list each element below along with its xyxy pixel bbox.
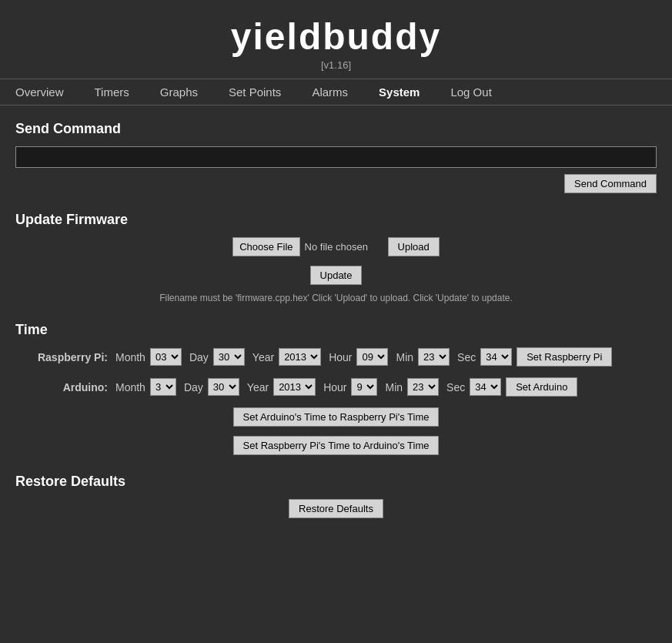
send-command-title: Send Command	[15, 121, 657, 137]
choose-file-button[interactable]: Choose File	[232, 237, 299, 256]
update-button[interactable]: Update	[310, 266, 363, 285]
raspberry-pi-label: Raspberry Pi:	[15, 351, 108, 363]
year-label-pi: Year	[252, 351, 274, 363]
update-firmware-section: Update Firmware Choose File No file chos…	[15, 212, 657, 303]
sec-label-pi: Sec	[457, 351, 476, 363]
update-firmware-title: Update Firmware	[15, 212, 657, 228]
month-label-arduino: Month	[115, 381, 145, 394]
set-raspberry-pi-button[interactable]: Set Raspberry Pi	[517, 347, 612, 367]
upload-button[interactable]: Upload	[388, 237, 440, 256]
app-version: [v1.16]	[0, 59, 672, 71]
nav-graphs[interactable]: Graphs	[160, 85, 198, 99]
arduino-row: Arduino: Month 3 Day 30 Year 2013 Hour 9…	[15, 377, 657, 397]
navigation: Overview Timers Graphs Set Points Alarms…	[0, 79, 672, 105]
raspberry-pi-row: Raspberry Pi: Month 03 Day 30 Year 2013 …	[15, 347, 657, 367]
year-label-arduino: Year	[247, 381, 269, 394]
restore-row: Restore Defaults	[15, 499, 657, 518]
raspberry-pi-month-select[interactable]: 03	[150, 348, 182, 366]
main-content: Send Command Send Command Update Firmwar…	[0, 105, 672, 552]
update-note: Filename must be 'firmware.cpp.hex' Clic…	[15, 293, 657, 303]
day-label-pi: Day	[189, 351, 209, 363]
raspberry-pi-day-select[interactable]: 30	[213, 348, 245, 366]
arduino-day-select[interactable]: 30	[208, 378, 239, 396]
hour-label-arduino: Hour	[323, 381, 346, 394]
restore-defaults-title: Restore Defaults	[15, 474, 657, 490]
send-command-section: Send Command Send Command	[15, 121, 657, 193]
send-command-button[interactable]: Send Command	[564, 174, 657, 193]
raspberry-pi-sec-select[interactable]: 34	[480, 348, 512, 366]
pi-to-arduino-button[interactable]: Set Raspberry Pi's Time to Arduino's Tim…	[233, 436, 440, 455]
arduino-hour-select[interactable]: 9	[351, 378, 377, 396]
time-section: Time Raspberry Pi: Month 03 Day 30 Year …	[15, 322, 657, 455]
arduino-year-select[interactable]: 2013	[273, 378, 316, 396]
nav-overview[interactable]: Overview	[15, 85, 64, 99]
sec-label-arduino: Sec	[446, 381, 465, 394]
raspberry-pi-hour-select[interactable]: 09	[356, 348, 388, 366]
raspberry-pi-min-select[interactable]: 23	[418, 348, 450, 366]
raspberry-pi-year-select[interactable]: 2013	[279, 348, 321, 366]
nav-setpoints[interactable]: Set Points	[229, 85, 281, 99]
arduino-month-select[interactable]: 3	[150, 378, 176, 396]
day-label-arduino: Day	[184, 381, 203, 394]
nav-system[interactable]: System	[379, 85, 420, 99]
header: yieldbuddy [v1.16]	[0, 0, 672, 79]
file-name-display: No file chosen	[305, 241, 382, 253]
app-title: yieldbuddy	[0, 15, 672, 58]
nav-alarms[interactable]: Alarms	[312, 85, 348, 99]
month-label-pi: Month	[115, 351, 145, 363]
set-arduino-button[interactable]: Set Arduino	[506, 377, 577, 397]
nav-timers[interactable]: Timers	[95, 85, 129, 99]
arduino-min-select[interactable]: 23	[407, 378, 439, 396]
send-command-row: Send Command	[15, 174, 657, 193]
arduino-label: Arduino:	[15, 381, 108, 394]
restore-defaults-section: Restore Defaults Restore Defaults	[15, 474, 657, 518]
nav-logout[interactable]: Log Out	[450, 85, 491, 99]
command-input[interactable]	[15, 146, 657, 168]
file-input-wrapper: Choose File No file chosen	[232, 237, 381, 256]
min-label-arduino: Min	[385, 381, 403, 394]
hour-label-pi: Hour	[329, 351, 352, 363]
update-btn-row: Update	[15, 266, 657, 285]
restore-defaults-button[interactable]: Restore Defaults	[289, 499, 383, 518]
time-actions: Set Arduino's Time to Raspberry Pi's Tim…	[15, 407, 657, 455]
time-title: Time	[15, 322, 657, 338]
arduino-sec-select[interactable]: 34	[470, 378, 501, 396]
arduino-to-pi-button[interactable]: Set Arduino's Time to Raspberry Pi's Tim…	[233, 407, 440, 427]
firmware-row: Choose File No file chosen Upload	[15, 237, 657, 256]
min-label-pi: Min	[396, 351, 413, 363]
